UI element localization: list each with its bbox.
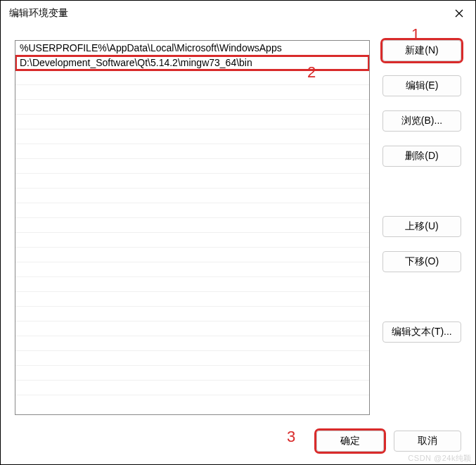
watermark: CSDN @24k纯颖	[408, 453, 472, 464]
list-item[interactable]	[15, 218, 369, 233]
list-item[interactable]	[15, 189, 369, 203]
footer: 确定 取消	[1, 422, 475, 464]
list-item[interactable]	[15, 351, 369, 366]
list-item[interactable]	[15, 70, 369, 85]
edit-button[interactable]: 编辑(E)	[382, 75, 461, 96]
delete-button[interactable]: 删除(D)	[382, 146, 461, 167]
list-item[interactable]: %USERPROFILE%\AppData\Local\Microsoft\Wi…	[15, 41, 369, 56]
list-item[interactable]: D:\Development_Software\Qt\5.14.2\mingw7…	[15, 56, 369, 70]
window-title: 编辑环境变量	[9, 7, 68, 20]
list-item[interactable]	[15, 262, 369, 277]
list-item[interactable]	[15, 321, 369, 336]
side-button-panel: 新建(N) 编辑(E) 浏览(B)... 删除(D) 上移(U) 下移(O) 编…	[382, 40, 461, 415]
close-icon	[455, 9, 463, 18]
list-item[interactable]	[15, 115, 369, 129]
list-item[interactable]	[15, 129, 369, 144]
list-item[interactable]	[15, 144, 369, 159]
ok-button[interactable]: 确定	[316, 431, 384, 452]
spacer	[382, 286, 461, 307]
list-item[interactable]	[15, 174, 369, 189]
list-item[interactable]	[15, 336, 369, 351]
list-item[interactable]	[15, 292, 369, 307]
new-button[interactable]: 新建(N)	[382, 40, 461, 61]
list-item[interactable]	[15, 366, 369, 381]
close-button[interactable]	[443, 1, 475, 26]
env-var-dialog: 编辑环境变量 %USERPROFILE%\AppData\Local\Micro…	[0, 0, 476, 465]
list-item[interactable]	[15, 381, 369, 395]
list-item[interactable]	[15, 307, 369, 321]
list-item[interactable]	[15, 203, 369, 218]
path-list[interactable]: %USERPROFILE%\AppData\Local\Microsoft\Wi…	[15, 40, 370, 415]
titlebar: 编辑环境变量	[1, 1, 475, 26]
browse-button[interactable]: 浏览(B)...	[382, 110, 461, 132]
content-area: %USERPROFILE%\AppData\Local\Microsoft\Wi…	[1, 26, 475, 422]
spacer	[382, 181, 461, 202]
list-item[interactable]	[15, 277, 369, 292]
list-item[interactable]	[15, 159, 369, 174]
cancel-button[interactable]: 取消	[394, 431, 461, 452]
movedown-button[interactable]: 下移(O)	[382, 251, 461, 272]
list-item[interactable]	[15, 85, 369, 100]
list-item[interactable]	[15, 100, 369, 115]
moveup-button[interactable]: 上移(U)	[382, 216, 461, 237]
list-item[interactable]	[15, 248, 369, 262]
list-item[interactable]	[15, 233, 369, 248]
edittext-button[interactable]: 编辑文本(T)...	[382, 321, 461, 343]
